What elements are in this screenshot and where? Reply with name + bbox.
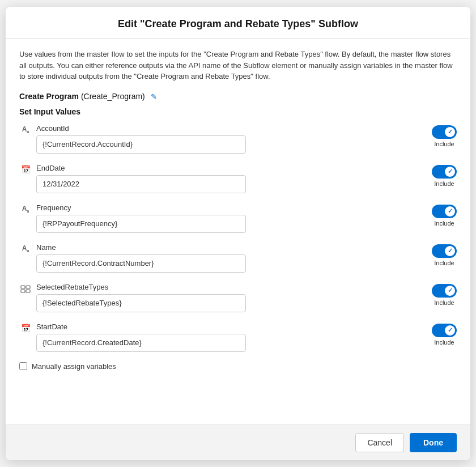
field-left-end-date: 📅 EndDate xyxy=(19,164,420,193)
manually-assign-row: Manually assign variables xyxy=(19,362,457,371)
include-label-name: Include xyxy=(434,260,454,266)
modal-body: Use values from the master flow to set t… xyxy=(6,39,470,424)
text-icon-frequency: Aa xyxy=(19,205,32,213)
modal-footer: Cancel Done xyxy=(6,424,470,460)
field-row-end-date: 📅 EndDate ✓ Include xyxy=(19,164,457,193)
svg-rect-1 xyxy=(26,286,30,288)
field-right-account-id: ✓ Include xyxy=(420,124,457,147)
field-input-selected-rebate-types[interactable] xyxy=(36,294,246,312)
calendar-icon-end-date: 📅 xyxy=(19,165,32,174)
toggle-selected-rebate-types[interactable]: ✓ xyxy=(432,284,457,298)
toggle-end-date[interactable]: ✓ xyxy=(432,165,457,179)
field-left-start-date: 📅 StartDate xyxy=(19,322,420,352)
toggle-wrap-end-date: ✓ Include xyxy=(432,165,457,187)
field-label-selected-rebate-types: SelectedRebateTypes xyxy=(36,283,420,291)
field-label-account-id: AccountId xyxy=(36,124,420,133)
toggle-start-date[interactable]: ✓ xyxy=(432,324,457,337)
field-right-end-date: ✓ Include xyxy=(420,164,457,187)
field-content-selected-rebate-types: SelectedRebateTypes xyxy=(36,283,420,312)
modal-header: Edit "Create Program and Rebate Types" S… xyxy=(6,7,470,39)
section-header: Create Program (Create_Program) ✎ xyxy=(19,91,457,101)
field-row-name: Aa Name ✓ Include xyxy=(19,243,457,273)
field-content-end-date: EndDate xyxy=(36,164,420,193)
field-right-start-date: ✓ Include xyxy=(420,322,457,346)
field-input-start-date[interactable] xyxy=(36,334,246,352)
manually-assign-checkbox[interactable] xyxy=(19,362,27,370)
section-name: Create Program (Create_Program) xyxy=(19,92,147,101)
field-content-account-id: AccountId xyxy=(36,124,420,154)
include-label-account-id: Include xyxy=(434,141,454,147)
edit-subflow-modal: Edit "Create Program and Rebate Types" S… xyxy=(6,7,470,460)
text-icon-account-id: Aa xyxy=(19,125,32,134)
field-row-selected-rebate-types: SelectedRebateTypes ✓ Include xyxy=(19,283,457,312)
svg-rect-0 xyxy=(21,286,25,288)
field-left-frequency: Aa Frequency xyxy=(19,203,420,233)
field-input-frequency[interactable] xyxy=(36,215,246,233)
collection-icon-selected-rebate-types xyxy=(19,284,32,294)
field-left-account-id: Aa AccountId xyxy=(19,124,420,154)
text-icon-name: Aa xyxy=(19,244,32,253)
modal-title: Edit "Create Program and Rebate Types" S… xyxy=(118,18,358,29)
svg-rect-2 xyxy=(21,290,25,292)
field-row-start-date: 📅 StartDate ✓ Include xyxy=(19,322,457,352)
field-content-frequency: Frequency xyxy=(36,203,420,233)
field-content-start-date: StartDate xyxy=(36,322,420,352)
field-content-name: Name xyxy=(36,243,420,273)
include-label-start-date: Include xyxy=(434,339,454,346)
toggle-wrap-selected-rebate-types: ✓ Include xyxy=(432,284,457,306)
toggle-name[interactable]: ✓ xyxy=(432,244,457,258)
toggle-wrap-account-id: ✓ Include xyxy=(432,125,457,147)
done-button[interactable]: Done xyxy=(410,433,457,452)
field-input-end-date[interactable] xyxy=(36,175,246,193)
field-left-name: Aa Name xyxy=(19,243,420,273)
set-input-label: Set Input Values xyxy=(19,107,457,116)
manually-assign-label[interactable]: Manually assign variables xyxy=(32,362,116,371)
field-input-name[interactable] xyxy=(36,254,246,273)
description-text: Use values from the master flow to set t… xyxy=(19,49,457,82)
toggle-account-id[interactable]: ✓ xyxy=(432,125,457,139)
include-label-end-date: Include xyxy=(434,180,454,187)
toggle-wrap-start-date: ✓ Include xyxy=(432,324,457,346)
svg-rect-3 xyxy=(26,290,30,292)
field-label-name: Name xyxy=(36,243,420,252)
calendar-icon-start-date: 📅 xyxy=(19,324,32,333)
field-row-account-id: Aa AccountId ✓ Include xyxy=(19,124,457,154)
field-label-frequency: Frequency xyxy=(36,203,420,212)
field-right-frequency: ✓ Include xyxy=(420,203,457,227)
field-input-account-id[interactable] xyxy=(36,135,246,154)
field-left-selected-rebate-types: SelectedRebateTypes xyxy=(19,283,420,312)
field-label-end-date: EndDate xyxy=(36,164,420,172)
field-label-start-date: StartDate xyxy=(36,322,420,331)
toggle-wrap-name: ✓ Include xyxy=(432,244,457,266)
toggle-wrap-frequency: ✓ Include xyxy=(432,205,457,227)
field-row-frequency: Aa Frequency ✓ Include xyxy=(19,203,457,233)
edit-icon[interactable]: ✎ xyxy=(151,92,157,101)
toggle-frequency[interactable]: ✓ xyxy=(432,205,457,218)
field-right-name: ✓ Include xyxy=(420,243,457,266)
field-right-selected-rebate-types: ✓ Include xyxy=(420,283,457,306)
include-label-frequency: Include xyxy=(434,220,454,227)
include-label-selected-rebate-types: Include xyxy=(434,299,454,306)
cancel-button[interactable]: Cancel xyxy=(355,433,404,452)
